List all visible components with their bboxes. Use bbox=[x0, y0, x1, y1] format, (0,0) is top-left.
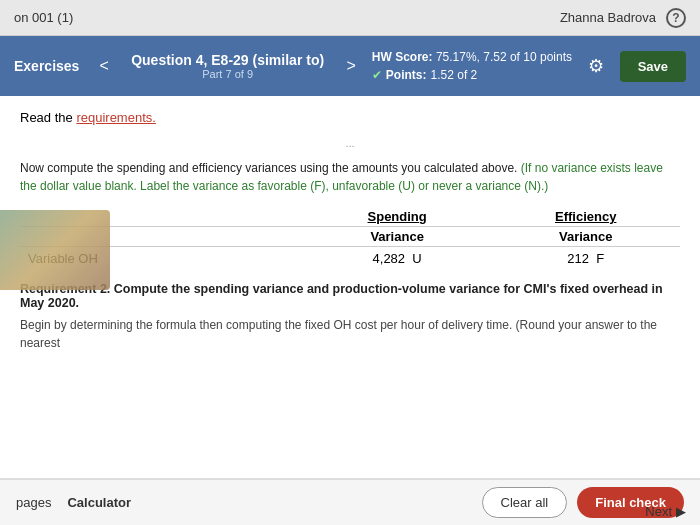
spending-header2: Variance bbox=[303, 227, 492, 247]
begin-text: Begin by determining the formula then co… bbox=[20, 316, 680, 352]
top-bar-right: Zhanna Badrova ? bbox=[560, 8, 686, 28]
requirement2-content: Compute the spending variance and produc… bbox=[20, 282, 663, 310]
nav-next-button[interactable]: > bbox=[341, 55, 362, 77]
hw-score-label: HW Score: bbox=[372, 50, 433, 64]
variance-table: Spending Efficiency Variance Variance Va… bbox=[20, 207, 680, 270]
footer-left: pages Calculator bbox=[16, 495, 131, 510]
check-icon: ✔ bbox=[372, 66, 382, 84]
pages-label: pages bbox=[16, 495, 51, 510]
spending-value: 4,282 U bbox=[303, 247, 492, 271]
exercises-label: Exercises bbox=[14, 58, 79, 74]
hw-score-value: 75.17%, 7.52 of 10 points bbox=[436, 50, 572, 64]
points-value: 1.52 of 2 bbox=[431, 66, 478, 84]
points-row: ✔ Points: 1.52 of 2 bbox=[372, 66, 578, 84]
next-label: Next bbox=[645, 504, 672, 519]
next-arrow-icon: ▶ bbox=[676, 504, 686, 519]
requirements-link[interactable]: requirements. bbox=[76, 110, 155, 125]
save-button[interactable]: Save bbox=[620, 51, 686, 82]
question-title: Question 4, E8-29 (similar to) bbox=[125, 52, 331, 68]
dots-text: ... bbox=[345, 137, 354, 149]
score-block: HW Score: 75.17%, 7.52 of 10 points ✔ Po… bbox=[372, 48, 578, 84]
gear-icon[interactable]: ⚙ bbox=[588, 55, 604, 77]
top-bar-title: on 001 (1) bbox=[14, 10, 73, 25]
divider-dots: ... bbox=[20, 137, 680, 149]
efficiency-header1: Efficiency bbox=[491, 207, 680, 227]
top-bar-user: Zhanna Badrova bbox=[560, 10, 656, 25]
instruction-text: Now compute the spending and efficiency … bbox=[20, 159, 680, 195]
header-bar: Exercises < Question 4, E8-29 (similar t… bbox=[0, 36, 700, 96]
efficiency-value: 212 F bbox=[491, 247, 680, 271]
footer-bar: pages Calculator Clear all Final check bbox=[0, 479, 700, 525]
points-label: Points: bbox=[386, 66, 427, 84]
top-bar: on 001 (1) Zhanna Badrova ? bbox=[0, 0, 700, 36]
question-subtitle: Part 7 of 9 bbox=[125, 68, 331, 80]
efficiency-header2: Variance bbox=[491, 227, 680, 247]
page-wrapper: on 001 (1) Zhanna Badrova ? Exercises < … bbox=[0, 0, 700, 525]
instruction-main: Now compute the spending and efficiency … bbox=[20, 161, 517, 175]
requirement2-text: Requirement 2. Compute the spending vari… bbox=[20, 282, 680, 310]
thumbnail-image bbox=[0, 210, 110, 290]
help-icon[interactable]: ? bbox=[666, 8, 686, 28]
spending-header1: Spending bbox=[303, 207, 492, 227]
read-line: Read the requirements. bbox=[20, 110, 680, 125]
read-text: Read the bbox=[20, 110, 73, 125]
clear-all-button[interactable]: Clear all bbox=[482, 487, 568, 518]
next-row[interactable]: Next ▶ bbox=[645, 504, 686, 519]
calculator-button[interactable]: Calculator bbox=[67, 495, 131, 510]
table-row: Variable OH 4,282 U 212 F bbox=[20, 247, 680, 271]
question-title-block: Question 4, E8-29 (similar to) Part 7 of… bbox=[125, 52, 331, 80]
hw-score-row: HW Score: 75.17%, 7.52 of 10 points bbox=[372, 48, 578, 66]
nav-prev-button[interactable]: < bbox=[93, 55, 114, 77]
